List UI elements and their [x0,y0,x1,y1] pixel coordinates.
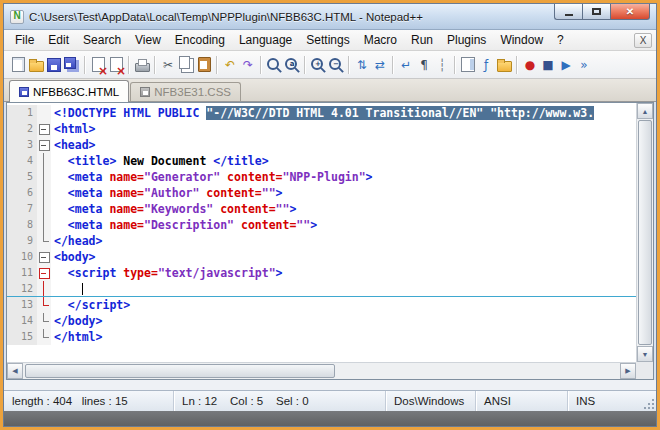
status-eol-format[interactable]: Dos\Windows [386,391,476,411]
show-all-characters-button[interactable]: ¶ [415,54,433,76]
close-file-icon [90,57,106,73]
menu-item-file[interactable]: File [8,30,41,50]
undo-button[interactable]: ↶ [221,54,239,76]
code-line[interactable]: 3<head> [7,137,636,153]
vertical-scroll-track[interactable] [637,119,653,346]
fold-collapse-icon[interactable] [37,137,51,153]
menu-close-button[interactable]: X [634,33,652,48]
menu-item-view[interactable]: View [128,30,168,50]
status-encoding[interactable]: ANSI [476,391,568,411]
code-line[interactable]: 4 <title> New Document </title> [7,153,636,169]
vertical-scrollbar[interactable]: ▲ ▼ [636,103,653,362]
tab-NFBB63C.HTML[interactable]: NFBB63C.HTML [9,80,129,102]
line-number: 7 [7,201,37,217]
close-all-button[interactable] [107,54,125,76]
scroll-up-button[interactable]: ▲ [637,103,653,119]
close-button[interactable]: ✕ [610,4,650,20]
fold-collapse-icon[interactable] [37,249,51,265]
tab-label: NFBB63C.HTML [33,86,119,98]
find-button[interactable] [265,54,283,76]
toolbar-separator [348,56,350,74]
line-number: 5 [7,169,37,185]
close-all-icon [108,57,124,73]
show-all-characters-icon: ¶ [416,57,432,73]
window-gap-strip [4,380,656,390]
redo-button[interactable]: ↷ [239,54,257,76]
open-folder-button[interactable] [27,54,45,76]
macro-stop-button[interactable]: ■ [539,54,557,76]
code-line[interactable]: 12 [7,281,636,297]
text-caret [82,283,83,295]
paste-button[interactable] [195,54,213,76]
replace-button[interactable]: a [283,54,301,76]
menu-item-window[interactable]: Window [493,30,550,50]
code-line[interactable]: 2<html> [7,121,636,137]
menu-item-encoding[interactable]: Encoding [168,30,232,50]
scroll-left-button[interactable]: ◀ [7,363,23,379]
cut-button[interactable]: ✂ [159,54,177,76]
minimize-button[interactable] [554,4,582,20]
toolbar-separator [516,56,518,74]
menu-item-help[interactable]: ? [550,30,571,50]
vertical-scroll-thumb[interactable] [638,120,652,345]
macro-run-multiple-button[interactable]: » [575,54,593,76]
code-line[interactable]: 13 </script> [7,297,636,313]
code-line[interactable]: 9</head> [7,233,636,249]
menu-item-macro[interactable]: Macro [357,30,404,50]
save-all-icon [64,57,80,73]
menu-item-run[interactable]: Run [404,30,440,50]
code-text: <meta name="Author" content=""> [51,185,636,201]
code-line[interactable]: 1<!DOCTYPE HTML PUBLIC "-//W3C//DTD HTML… [7,105,636,121]
code-line[interactable]: 15</html> [7,329,636,345]
close-file-button[interactable] [89,54,107,76]
word-wrap-button[interactable]: ↵ [397,54,415,76]
macro-record-icon: ● [522,57,538,73]
code-line[interactable]: 14</body> [7,313,636,329]
folder-as-workspace-button[interactable] [495,54,513,76]
horizontal-scrollbar[interactable]: ◀ ▶ [7,362,636,379]
menu-item-language[interactable]: Language [232,30,299,50]
sync-scroll-vertical-button[interactable]: ⇅ [353,54,371,76]
horizontal-scroll-track[interactable] [23,363,620,379]
code-line[interactable]: 10<body> [7,249,636,265]
code-line[interactable]: 11 <script type="text/javascript"> [7,265,636,281]
code-line[interactable]: 7 <meta name="Keywords" content=""> [7,201,636,217]
fold-margin [37,297,51,313]
new-file-button[interactable] [9,54,27,76]
document-map-button[interactable] [459,54,477,76]
fold-collapse-icon[interactable] [37,265,51,281]
save-button[interactable] [45,54,63,76]
macro-record-button[interactable]: ● [521,54,539,76]
code-text: <meta name="Keywords" content=""> [51,201,636,217]
code-line[interactable]: 6 <meta name="Author" content=""> [7,185,636,201]
horizontal-scroll-thumb[interactable] [25,364,335,378]
copy-button[interactable] [177,54,195,76]
zoom-in-button[interactable]: + [309,54,327,76]
title-bar[interactable]: C:\Users\Test\AppData\Local\Temp\NPPPlug… [4,4,656,30]
scroll-down-button[interactable]: ▼ [637,346,653,362]
code-area[interactable]: 1<!DOCTYPE HTML PUBLIC "-//W3C//DTD HTML… [7,103,636,362]
function-list-button[interactable]: ƒ [477,54,495,76]
resize-grip[interactable] [642,397,655,410]
sync-scroll-horizontal-icon: ⇄ [372,57,388,73]
zoom-out-button[interactable]: − [327,54,345,76]
fold-margin [37,153,51,169]
indent-guides-button[interactable]: ┆ [433,54,451,76]
macro-playback-button[interactable]: ▶ [557,54,575,76]
fold-collapse-icon[interactable] [37,121,51,137]
maximize-button[interactable] [582,4,610,20]
menu-item-search[interactable]: Search [76,30,128,50]
code-text: <meta name="Generator" content="NPP-Plug… [51,169,636,185]
code-line[interactable]: 8 <meta name="Description" content=""> [7,217,636,233]
menu-item-edit[interactable]: Edit [41,30,76,50]
zoom-in-icon: + [310,57,326,73]
scroll-right-button[interactable]: ▶ [620,363,636,379]
menu-item-settings[interactable]: Settings [299,30,356,50]
code-line[interactable]: 5 <meta name="Generator" content="NPP-Pl… [7,169,636,185]
tab-NFB3E31.CSS[interactable]: NFB3E31.CSS [130,82,241,101]
print-button[interactable] [133,54,151,76]
editor[interactable]: 1<!DOCTYPE HTML PUBLIC "-//W3C//DTD HTML… [6,102,654,380]
menu-item-plugins[interactable]: Plugins [440,30,493,50]
sync-scroll-horizontal-button[interactable]: ⇄ [371,54,389,76]
save-all-button[interactable] [63,54,81,76]
